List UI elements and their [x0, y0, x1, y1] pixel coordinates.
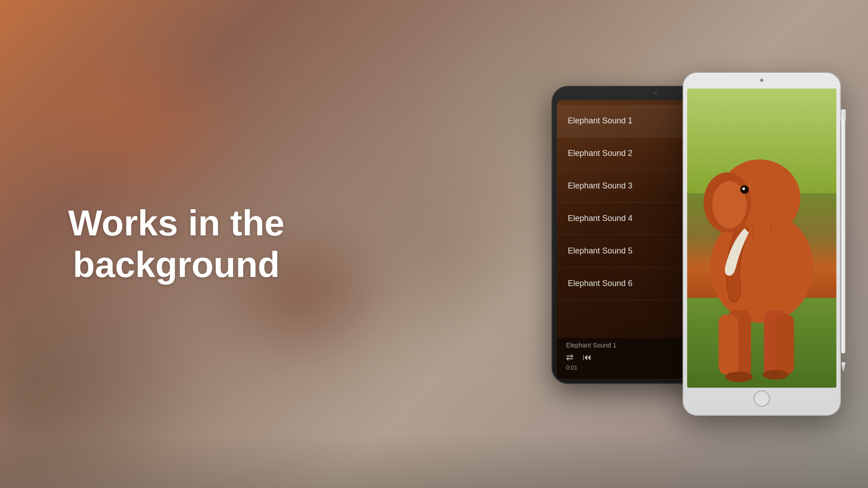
svg-point-10	[725, 372, 753, 382]
svg-point-5	[742, 188, 745, 190]
sound-item-3-name: Elephant Sound 3	[568, 181, 632, 191]
sound-item-6-name: Elephant Sound 6	[568, 279, 632, 288]
sound-item-1-name: Elephant Sound 1	[568, 116, 632, 126]
pencil-body	[841, 118, 845, 353]
hero-text: Works in the background	[59, 202, 294, 286]
hero-text-line2: background	[59, 244, 294, 286]
elephant-photo	[687, 89, 836, 388]
white-tablet	[683, 72, 841, 416]
white-tablet-camera	[760, 79, 764, 82]
hero-text-line1: Works in the	[59, 202, 294, 244]
white-tablet-home-button[interactable]	[754, 390, 770, 407]
prev-track-icon[interactable]: ⏮	[583, 352, 592, 362]
svg-rect-8	[719, 314, 738, 375]
sound-item-5-name: Elephant Sound 5	[568, 246, 632, 256]
apple-pencil	[840, 109, 848, 371]
dark-tablet-camera	[654, 91, 657, 95]
svg-rect-9	[775, 314, 794, 375]
surface-shadow	[0, 434, 868, 488]
shuffle-icon[interactable]: ⇄	[566, 352, 574, 362]
svg-point-11	[763, 370, 788, 380]
pencil-tip	[841, 362, 845, 371]
tablets-container: Elephant Sound 1 Elephant Sound 2 Elepha…	[552, 72, 841, 416]
sound-item-2-name: Elephant Sound 2	[568, 149, 632, 158]
elephant-svg	[687, 103, 836, 388]
white-tablet-screen	[687, 89, 836, 388]
sound-item-4-name: Elephant Sound 4	[568, 214, 632, 223]
